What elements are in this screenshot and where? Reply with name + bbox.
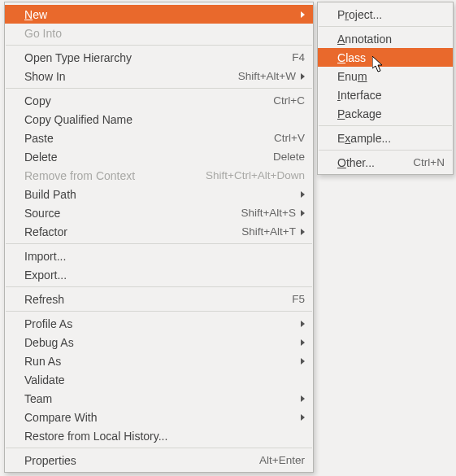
menu-item-refactor[interactable]: Refactor Shift+Alt+T <box>5 222 313 241</box>
menu-item-remove-from-context[interactable]: Remove from Context Shift+Ctrl+Alt+Down <box>5 166 313 185</box>
menu-item-label: Interface <box>337 89 445 102</box>
menu-separator <box>319 125 452 126</box>
menu-item-label: Other... <box>337 156 405 169</box>
menu-item-label: Profile As <box>24 317 296 330</box>
menu-separator <box>6 45 312 46</box>
submenu-arrow-icon <box>301 229 305 235</box>
menu-item-label: Export... <box>24 269 305 282</box>
menu-item-paste[interactable]: Paste Ctrl+V <box>5 129 313 147</box>
menu-item-accelerator: F4 <box>284 51 305 63</box>
menu-item-accelerator: Shift+Alt+T <box>233 225 296 238</box>
menu-item-open-type-hierarchy[interactable]: Open Type Hierarchy F4 <box>5 48 313 67</box>
menu-item-go-into[interactable]: Go Into <box>5 24 313 42</box>
menu-item-build-path[interactable]: Build Path <box>5 185 313 203</box>
menu-item-label: Validate <box>24 373 305 386</box>
menu-item-accelerator: Delete <box>265 151 305 163</box>
submenu-arrow-icon <box>301 73 305 80</box>
submenu-arrow-icon <box>301 11 305 18</box>
menu-item-label: Team <box>24 392 296 405</box>
submenu-new: Project... Annotation Class Enum Interfa… <box>317 2 454 175</box>
menu-item-new[interactable]: New <box>5 5 313 24</box>
menu-item-package[interactable]: Package <box>318 104 453 123</box>
menu-item-label: Refresh <box>24 293 284 306</box>
menu-item-label: Delete <box>24 151 265 164</box>
menu-item-label: Build Path <box>24 188 296 201</box>
menu-item-label: Copy <box>24 94 265 107</box>
menu-separator <box>319 26 452 27</box>
menu-item-run-as[interactable]: Run As <box>5 352 313 370</box>
menu-item-export[interactable]: Export... <box>5 265 313 284</box>
menu-separator <box>6 243 312 244</box>
menu-item-properties[interactable]: Properties Alt+Enter <box>5 451 313 469</box>
menu-item-import[interactable]: Import... <box>5 247 313 265</box>
menu-item-accelerator: Shift+Alt+S <box>232 207 296 219</box>
menu-item-label: Debug As <box>24 336 296 349</box>
menu-item-source[interactable]: Source Shift+Alt+S <box>5 203 313 222</box>
menu-separator <box>6 88 312 89</box>
menu-item-copy[interactable]: Copy Ctrl+C <box>5 91 313 110</box>
submenu-arrow-icon <box>301 191 305 198</box>
menu-item-refresh[interactable]: Refresh F5 <box>5 290 313 308</box>
menu-item-label: Project... <box>337 8 445 21</box>
submenu-arrow-icon <box>301 395 305 402</box>
menu-separator <box>6 448 312 448</box>
menu-item-label: Annotation <box>337 33 445 46</box>
menu-item-label: Enum <box>337 70 445 83</box>
menu-item-accelerator: Alt+Enter <box>251 454 305 466</box>
submenu-arrow-icon <box>301 414 305 421</box>
menu-item-accelerator: Shift+Ctrl+Alt+Down <box>198 169 305 181</box>
menu-item-label: Paste <box>24 132 266 145</box>
submenu-arrow-icon <box>301 358 305 365</box>
menu-item-annotation[interactable]: Annotation <box>318 29 453 48</box>
menu-item-label: Example... <box>337 132 445 145</box>
menu-item-debug-as[interactable]: Debug As <box>5 333 313 352</box>
menu-item-label: Restore from Local History... <box>24 430 305 443</box>
menu-item-team[interactable]: Team <box>5 389 313 408</box>
menu-item-label: Open Type Hierarchy <box>24 51 284 64</box>
menu-item-restore-from-local-history[interactable]: Restore from Local History... <box>5 426 313 445</box>
menu-item-class[interactable]: Class <box>318 48 453 67</box>
menu-item-accelerator: Ctrl+N <box>405 156 445 168</box>
menu-separator <box>6 311 312 312</box>
menu-item-label: Run As <box>24 355 296 368</box>
menu-item-interface[interactable]: Interface <box>318 85 453 104</box>
menu-item-accelerator: Shift+Alt+W <box>230 70 296 82</box>
menu-separator <box>319 150 452 151</box>
menu-item-profile-as[interactable]: Profile As <box>5 314 313 333</box>
menu-item-accelerator: Ctrl+V <box>266 132 305 144</box>
menu-item-label: Class <box>337 51 445 64</box>
menu-item-label: Source <box>24 207 232 220</box>
menu-item-delete[interactable]: Delete Delete <box>5 147 313 166</box>
submenu-arrow-icon <box>301 321 305 327</box>
menu-separator <box>6 286 312 287</box>
menu-item-compare-with[interactable]: Compare With <box>5 408 313 426</box>
submenu-arrow-icon <box>301 339 305 346</box>
menu-item-accelerator: F5 <box>284 293 305 305</box>
menu-item-label: Copy Qualified Name <box>24 113 305 126</box>
context-menu: New Go Into Open Type Hierarchy F4 Show … <box>4 2 314 473</box>
menu-item-copy-qualified-name[interactable]: Copy Qualified Name <box>5 110 313 129</box>
menu-item-validate[interactable]: Validate <box>5 370 313 389</box>
menu-item-label: Compare With <box>24 411 296 424</box>
menu-item-label: Remove from Context <box>24 169 198 182</box>
menu-item-label: Import... <box>24 250 305 263</box>
menu-item-label: Properties <box>24 454 251 467</box>
menu-item-label: New <box>24 8 296 21</box>
menu-item-label: Refactor <box>24 225 233 238</box>
menu-item-project[interactable]: Project... <box>318 5 453 24</box>
menu-item-example[interactable]: Example... <box>318 129 453 147</box>
menu-item-show-in[interactable]: Show In Shift+Alt+W <box>5 67 313 85</box>
menu-item-label: Show In <box>24 70 230 83</box>
menu-item-label: Package <box>337 107 445 120</box>
menu-item-other[interactable]: Other... Ctrl+N <box>318 153 453 172</box>
menu-item-accelerator: Ctrl+C <box>265 94 305 107</box>
menu-item-label: Go Into <box>24 27 305 40</box>
menu-item-enum[interactable]: Enum <box>318 67 453 85</box>
submenu-arrow-icon <box>301 210 305 216</box>
